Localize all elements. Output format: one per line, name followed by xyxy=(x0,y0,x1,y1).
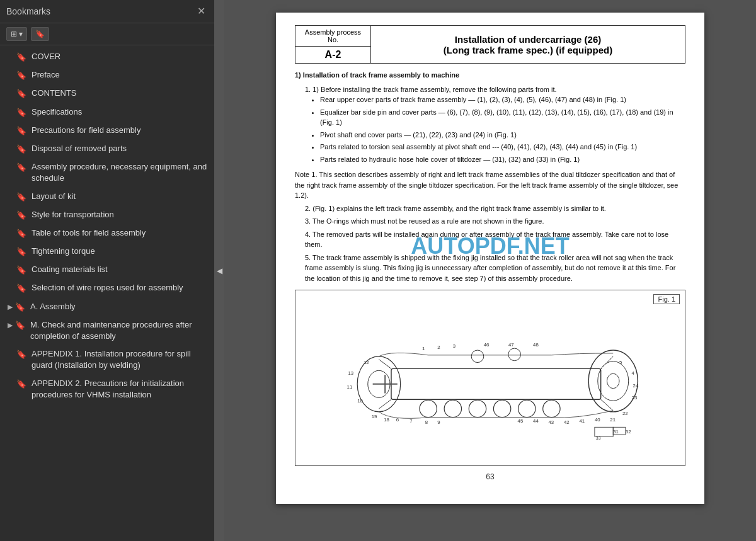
bookmark-icon-disposal: 🔖 xyxy=(16,144,26,155)
bookmark-label-disposal: Disposal of removed parts xyxy=(32,143,208,154)
svg-text:41: 41 xyxy=(580,418,585,424)
bookmark-label-tightening: Tightening torque xyxy=(32,246,208,257)
svg-text:4: 4 xyxy=(632,370,635,376)
svg-text:13: 13 xyxy=(348,370,354,376)
expand-icon-a-assembly[interactable]: ▶ xyxy=(8,302,13,312)
bookmark-item-disposal[interactable]: 🔖Disposal of removed parts xyxy=(0,140,214,158)
bookmark-icon-style-transport: 🔖 xyxy=(16,210,26,221)
svg-point-10 xyxy=(518,400,536,417)
bookmark-item-layout[interactable]: 🔖Layout of kit xyxy=(0,188,214,206)
view-options-button[interactable]: ⊞ ▾ xyxy=(6,27,27,41)
note-5: 5. The track frame assembly is shipped w… xyxy=(295,253,685,284)
main-content: Assembly process No. Installation of und… xyxy=(224,0,756,541)
bookmark-label-preface: Preface xyxy=(32,69,208,81)
bullet-item: Pivot shaft end cover parts — (21), (22)… xyxy=(320,130,685,140)
sidebar-close-button[interactable]: ✕ xyxy=(195,5,208,18)
svg-text:19: 19 xyxy=(372,414,377,419)
bookmark-label-specifications: Specifications xyxy=(32,106,208,118)
note-1: Note 1. This section describes assembly … xyxy=(295,169,685,201)
svg-point-11 xyxy=(543,400,560,417)
expand-icon-m-check[interactable]: ▶ xyxy=(8,321,13,330)
bookmark-icon-coating: 🔖 xyxy=(16,265,26,276)
bookmark-label-style-transport: Style for transportation xyxy=(32,209,208,220)
sidebar-header: Bookmarks ✕ xyxy=(0,0,214,23)
bookmark-item-specifications[interactable]: 🔖Specifications xyxy=(0,103,214,122)
bookmark-item-contents[interactable]: 🔖CONTENTS xyxy=(0,84,214,103)
bullet-item: Rear upper cover parts of track frame as… xyxy=(320,94,685,105)
bookmark-label-contents: CONTENTS xyxy=(32,88,208,99)
svg-rect-0 xyxy=(391,368,601,399)
bookmark-item-tightening[interactable]: 🔖Tightening torque xyxy=(0,242,214,261)
bookmark-item-coating[interactable]: 🔖Coating materials list xyxy=(0,261,214,279)
svg-text:43: 43 xyxy=(549,419,554,425)
note-3: 3. The O-rings which must not be reused … xyxy=(295,216,685,227)
bookmark-item-assembly-procedure[interactable]: 🔖Assembly procedure, necessary equipment… xyxy=(0,158,214,187)
removal-parts-list: Rear upper cover parts of track frame as… xyxy=(320,94,685,164)
svg-text:44: 44 xyxy=(533,418,539,424)
bookmark-icon-appendix1: 🔖 xyxy=(16,349,26,360)
bookmark-item-table-tools[interactable]: 🔖Table of tools for field assembly xyxy=(0,224,214,242)
svg-point-47 xyxy=(508,348,521,361)
bookmark-icon-appendix2: 🔖 xyxy=(16,379,26,390)
bookmark-item-cover[interactable]: 🔖COVER xyxy=(0,48,214,66)
svg-line-42 xyxy=(379,360,392,369)
bookmark-item-precautions[interactable]: 🔖Precautions for field assembly xyxy=(0,122,214,140)
bookmark-label-precautions: Precautions for field assembly xyxy=(32,125,208,136)
svg-text:45: 45 xyxy=(518,418,524,424)
bookmark-icon-layout: 🔖 xyxy=(16,191,26,203)
svg-text:12: 12 xyxy=(364,359,369,365)
bullet-item: Parts related to torsion seal assembly a… xyxy=(320,142,685,152)
bookmark-icon-cover: 🔖 xyxy=(16,52,26,63)
bookmark-label-coating: Coating materials list xyxy=(32,264,208,275)
bookmark-icon-m-check: 🔖 xyxy=(15,320,25,331)
svg-point-8 xyxy=(469,400,486,417)
notes-block: Note 1. This section describes assembly … xyxy=(295,169,685,283)
bookmark-icon-assembly-procedure: 🔖 xyxy=(16,162,26,173)
bookmark-button[interactable]: 🔖 xyxy=(31,27,49,41)
bookmark-label-assembly-procedure: Assembly procedure, necessary equipment,… xyxy=(32,161,208,184)
fig-label: Fig. 1 xyxy=(653,294,680,304)
svg-text:42: 42 xyxy=(564,419,570,425)
bookmark-icon-specifications: 🔖 xyxy=(16,107,26,118)
diagram-figure: Fig. 1 xyxy=(295,290,685,466)
svg-text:46: 46 xyxy=(484,342,490,348)
bookmark-icon-preface: 🔖 xyxy=(16,70,26,81)
svg-point-7 xyxy=(445,400,462,417)
svg-text:8: 8 xyxy=(425,419,428,425)
sidebar-collapse-button[interactable]: ◀ xyxy=(214,0,224,541)
bookmark-label-layout: Layout of kit xyxy=(32,191,208,202)
note-4: 4. The removed parts will be installed a… xyxy=(295,229,685,250)
svg-rect-50 xyxy=(595,427,613,436)
bookmark-label-appendix2: APPENDIX 2. Precautions for initializati… xyxy=(32,378,208,401)
bullet-item: Equalizer bar side pin and cover parts —… xyxy=(320,107,685,128)
bookmark-icon-contents: 🔖 xyxy=(16,88,26,100)
svg-text:11: 11 xyxy=(347,384,353,390)
bookmark-item-preface[interactable]: 🔖Preface xyxy=(0,66,214,84)
process-number: A-2 xyxy=(295,47,371,64)
bookmark-item-appendix2[interactable]: 🔖APPENDIX 2. Precautions for initializat… xyxy=(0,375,214,404)
svg-point-46 xyxy=(472,350,484,363)
svg-text:3: 3 xyxy=(453,343,455,349)
svg-point-9 xyxy=(494,400,511,417)
sidebar-toolbar: ⊞ ▾ 🔖 xyxy=(0,23,214,45)
svg-text:5: 5 xyxy=(619,359,622,365)
bookmark-item-a-assembly[interactable]: ▶🔖A. Assembly xyxy=(0,298,214,316)
svg-text:18: 18 xyxy=(384,416,390,422)
svg-text:21: 21 xyxy=(610,416,616,422)
svg-text:48: 48 xyxy=(533,342,539,348)
bookmark-item-m-check[interactable]: ▶🔖M. Check and maintenance procedures af… xyxy=(0,316,214,345)
bookmark-item-wire-ropes[interactable]: 🔖Selection of wire ropes used for assemb… xyxy=(0,279,214,297)
svg-text:9: 9 xyxy=(438,419,440,425)
svg-text:10: 10 xyxy=(358,398,364,404)
bookmark-item-style-transport[interactable]: 🔖Style for transportation xyxy=(0,206,214,224)
process-header-table: Assembly process No. Installation of und… xyxy=(295,25,685,64)
bookmark-label-wire-ropes: Selection of wire ropes used for assembl… xyxy=(32,282,208,293)
track-frame-diagram: 12 13 11 10 19 18 6 7 8 9 1 2 3 46 47 4 xyxy=(305,295,675,461)
bookmark-icon-a-assembly: 🔖 xyxy=(15,302,25,313)
svg-text:24: 24 xyxy=(633,383,639,389)
bookmark-item-appendix1[interactable]: 🔖APPENDIX 1. Installation procedure for … xyxy=(0,345,214,374)
svg-text:40: 40 xyxy=(595,416,600,422)
bookmark-icon-tightening: 🔖 xyxy=(16,246,26,258)
note-2: 2. (Fig. 1) explains the left track fram… xyxy=(295,203,685,214)
svg-text:2: 2 xyxy=(438,345,440,350)
